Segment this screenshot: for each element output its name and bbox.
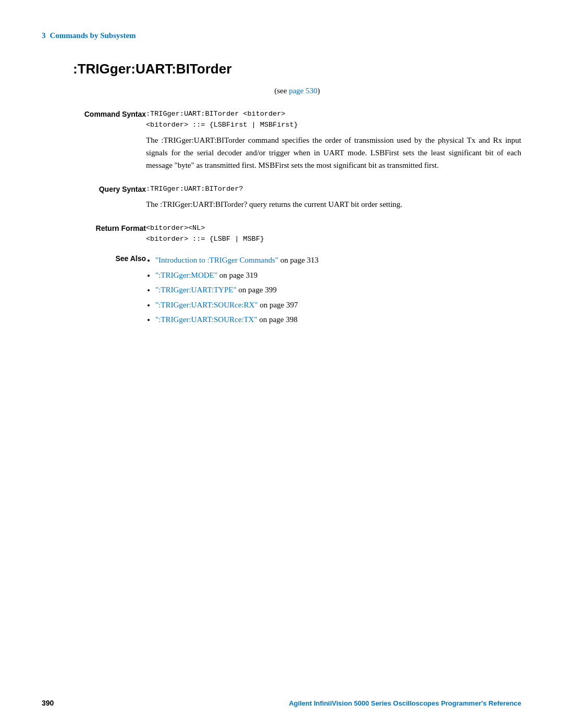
list-item: "Introduction to :TRIGger Commands" on p… bbox=[155, 254, 521, 266]
command-syntax-line2: <bitorder> ::= {LSBFirst | MSBFirst} bbox=[146, 121, 521, 129]
see-also-link-4[interactable]: ":TRIGger:UART:SOURce:RX" bbox=[155, 301, 258, 309]
return-format-content: <bitorder><NL> <bitorder> ::= {LSBF | MS… bbox=[146, 222, 521, 248]
see-also-label: See Also bbox=[42, 252, 146, 331]
content-table: Command Syntax :TRIGger:UART:BITorder <b… bbox=[42, 108, 521, 331]
see-also-link-3[interactable]: ":TRIGger:UART:TYPE" bbox=[155, 286, 237, 294]
list-item: ":TRIGger:UART:SOURce:TX" on page 398 bbox=[155, 314, 521, 326]
footer-title: Agilent InfiniiVision 5000 Series Oscill… bbox=[289, 699, 521, 707]
query-syntax-content: :TRIGger:UART:BITorder? The :TRIGger:UAR… bbox=[146, 183, 521, 218]
query-syntax-line1: :TRIGger:UART:BITorder? bbox=[146, 185, 521, 193]
command-syntax-description: The :TRIGger:UART:BITorder command speci… bbox=[146, 134, 521, 171]
see-also-suffix-2: on page 319 bbox=[217, 271, 258, 279]
breadcrumb-number: 3 bbox=[42, 31, 46, 40]
return-format-line1: <bitorder><NL> bbox=[146, 224, 521, 232]
see-also-suffix-3: on page 399 bbox=[237, 286, 277, 294]
breadcrumb-text: Commands by Subsystem bbox=[50, 31, 136, 40]
return-format-row: Return Format <bitorder><NL> <bitorder> … bbox=[42, 222, 521, 248]
footer-page-number: 390 bbox=[42, 699, 54, 707]
command-syntax-label: Command Syntax bbox=[42, 108, 146, 179]
see-also-suffix-4: on page 397 bbox=[258, 301, 298, 309]
list-item: ":TRIGger:MODE" on page 319 bbox=[155, 269, 521, 281]
see-also-content: "Introduction to :TRIGger Commands" on p… bbox=[146, 252, 521, 331]
command-syntax-content: :TRIGger:UART:BITorder <bitorder> <bitor… bbox=[146, 108, 521, 179]
see-page-ref: (see page 530) bbox=[73, 87, 521, 95]
command-syntax-line1: :TRIGger:UART:BITorder <bitorder> bbox=[146, 110, 521, 118]
page: 3 Commands by Subsystem :TRIGger:UART:BI… bbox=[0, 0, 563, 728]
return-format-line2: <bitorder> ::= {LSBF | MSBF} bbox=[146, 235, 521, 243]
see-also-link-1[interactable]: "Introduction to :TRIGger Commands" bbox=[155, 256, 278, 264]
query-syntax-label: Query Syntax bbox=[42, 183, 146, 218]
breadcrumb: 3 Commands by Subsystem bbox=[42, 31, 521, 40]
list-item: ":TRIGger:UART:TYPE" on page 399 bbox=[155, 284, 521, 296]
query-syntax-row: Query Syntax :TRIGger:UART:BITorder? The… bbox=[42, 183, 521, 218]
see-also-link-2[interactable]: ":TRIGger:MODE" bbox=[155, 271, 217, 279]
see-also-suffix-1: on page 313 bbox=[278, 256, 319, 264]
query-syntax-description: The :TRIGger:UART:BITorder? query return… bbox=[146, 198, 521, 211]
command-syntax-row: Command Syntax :TRIGger:UART:BITorder <b… bbox=[42, 108, 521, 179]
see-also-link-5[interactable]: ":TRIGger:UART:SOURce:TX" bbox=[155, 315, 258, 324]
see-also-row: See Also "Introduction to :TRIGger Comma… bbox=[42, 252, 521, 331]
list-item: ":TRIGger:UART:SOURce:RX" on page 397 bbox=[155, 299, 521, 311]
see-also-suffix-5: on page 398 bbox=[258, 315, 298, 324]
return-format-label: Return Format bbox=[42, 222, 146, 248]
see-page-link[interactable]: page 530 bbox=[289, 87, 317, 95]
footer: 390 Agilent InfiniiVision 5000 Series Os… bbox=[0, 699, 563, 707]
see-also-list: "Introduction to :TRIGger Commands" on p… bbox=[155, 254, 521, 326]
page-title: :TRIGger:UART:BITorder bbox=[73, 61, 521, 77]
